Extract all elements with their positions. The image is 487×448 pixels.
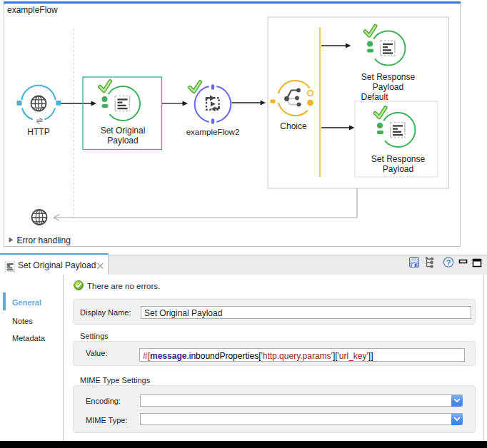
svg-text:Set Response: Set Response <box>361 72 416 82</box>
svg-text:Set Response: Set Response <box>371 154 426 164</box>
svg-text:HTTP: HTTP <box>27 127 49 137</box>
svg-text:Payload: Payload <box>107 136 138 146</box>
svg-text:Payload: Payload <box>373 82 403 92</box>
svg-text:Set Original: Set Original <box>101 126 146 136</box>
svg-text:Error handling: Error handling <box>17 235 71 245</box>
svg-text:?: ? <box>446 258 451 267</box>
svg-text:Choice: Choice <box>280 121 307 131</box>
svg-text:Payload: Payload <box>383 164 413 174</box>
svg-text:Default: Default <box>361 92 389 102</box>
svg-text:exampleFlow2: exampleFlow2 <box>186 127 240 136</box>
